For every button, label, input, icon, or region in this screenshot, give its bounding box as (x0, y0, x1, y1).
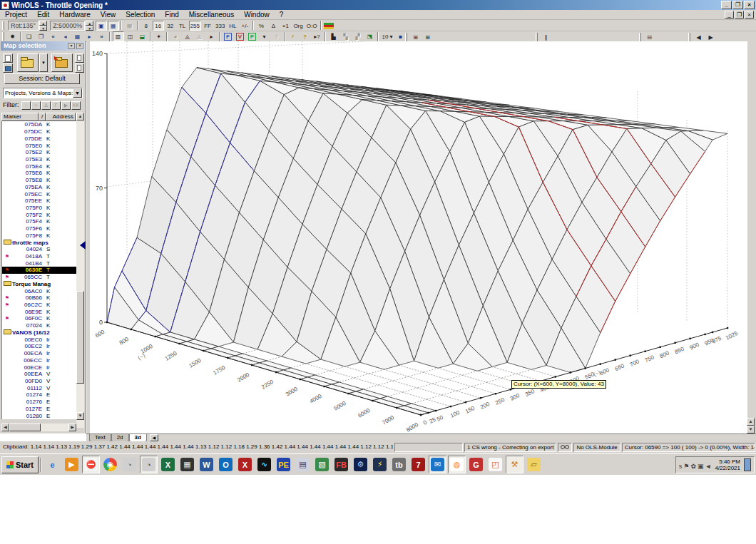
grid-select-button[interactable]: ▥ (113, 31, 124, 41)
close-button[interactable]: × (744, 1, 755, 9)
map-row[interactable]: 0127EE (2, 405, 76, 412)
map-row[interactable]: 01276E (2, 399, 76, 406)
restore-button[interactable]: ❐ (732, 1, 743, 9)
map-row[interactable]: 075E0K (2, 142, 76, 149)
map-3d-view[interactable]: 1407006008001000125015001750200022503000… (86, 41, 756, 433)
map-row[interactable]: 075EAK (2, 183, 76, 190)
map-row[interactable]: 06AC0K (2, 287, 76, 294)
column-header-address[interactable]: Address (46, 113, 76, 121)
open-project-button[interactable] (17, 53, 39, 72)
taskbar-icon-word[interactable]: W (198, 456, 215, 473)
mdi-close-button[interactable]: × (745, 11, 754, 19)
format-255-button[interactable]: 255 (189, 21, 201, 31)
filter-button-0[interactable]: ∴ (21, 101, 31, 110)
map-folder-row[interactable]: throttle maps (2, 239, 76, 246)
map-row[interactable]: 00EC0Ir (2, 336, 76, 343)
zero-dropdown-button[interactable]: ‡0 ▾ (381, 31, 394, 41)
grid-zoom-button[interactable]: ◫ (125, 31, 136, 41)
debug-bug-button[interactable]: ✹ (7, 31, 19, 41)
scroll-left-button[interactable]: ◀ (693, 32, 705, 42)
export-green-button[interactable]: ⬔ (364, 31, 376, 41)
taskbar-icon-box-3d[interactable]: ◰ (486, 456, 504, 473)
split-window-button[interactable]: ∥ (541, 32, 552, 42)
chevron-down-icon[interactable]: ▼ (73, 88, 82, 98)
panel-close-button[interactable]: ✕ (76, 43, 83, 49)
map-row[interactable]: 075F2K (2, 211, 76, 218)
format-8bit-button[interactable]: 8 (141, 21, 152, 31)
show-desktop-button[interactable] (744, 458, 751, 471)
chart-delete-button[interactable]: ▞ (352, 31, 364, 41)
toolbar-gripper[interactable] (405, 33, 407, 41)
context-help-button[interactable]: ▸? (312, 31, 323, 41)
map-list-vertical-scrollbar[interactable]: ▲ ▼ (76, 113, 84, 428)
vertical-scroll-thumb[interactable] (76, 291, 84, 384)
taskbar-icon-turbo-tool[interactable]: ◔ (121, 456, 138, 473)
save-project-button[interactable] (3, 63, 13, 73)
map-row[interactable]: 075DEK (2, 135, 76, 142)
potentiometer-button[interactable]: ✦ (153, 31, 165, 41)
split-table-v-button[interactable]: ⊞ (422, 32, 434, 42)
led-bars-button[interactable] (323, 21, 334, 31)
menu-hardware[interactable]: Hardware (54, 10, 95, 20)
mdi-minimize-button[interactable]: _ (725, 11, 734, 19)
map-row[interactable]: 01274E (2, 391, 76, 399)
taskbar-icon-gears-app[interactable]: ⚙ (352, 456, 369, 473)
menu-window[interactable]: Window (239, 10, 275, 20)
import-file-button[interactable] (75, 53, 84, 63)
scroll-left-icon[interactable]: ◀ (1, 424, 9, 431)
menu-project[interactable]: Project (0, 10, 32, 20)
menu-find[interactable]: Find (160, 10, 183, 20)
import-map-button[interactable]: ⬓ (137, 31, 148, 41)
nav-last-button[interactable]: » (96, 31, 108, 41)
map-row[interactable]: ⚑0630ET (2, 267, 76, 274)
taskbar-icon-g-tuner[interactable]: G (467, 456, 485, 473)
taskbar-icon-pe-explorer[interactable]: PE (275, 456, 292, 473)
taskbar-icon-map-viewer[interactable]: ▧ (313, 456, 331, 473)
map-list-horizontal-scrollbar[interactable]: ◀ ▶ (1, 424, 76, 431)
nav-next-button[interactable]: ▸ (84, 31, 96, 41)
params-dropdown-button[interactable]: ▾ (259, 31, 270, 41)
map-folder-row[interactable]: VANOS (16/12 (2, 329, 76, 337)
tab-scroll-left-icon[interactable]: ◀ (150, 434, 158, 441)
map-row[interactable]: 075E8K (2, 177, 76, 184)
open-version-button[interactable]: ◣ (51, 53, 73, 72)
menu-view[interactable]: View (96, 10, 121, 20)
taskbar-icon-chip-fb[interactable]: FB (332, 456, 350, 473)
horizontal-scroll-thumb[interactable] (9, 424, 41, 431)
taskbar-icon-eeprom-chip[interactable]: ▦ (178, 456, 196, 473)
mdi-restore-button[interactable]: ❐ (735, 11, 744, 19)
chart-edit-button[interactable]: ▚ (340, 31, 352, 41)
help-button[interactable]: ? (300, 31, 311, 41)
tray-icon-3[interactable]: ▣ (698, 463, 704, 470)
taskbar-icon-turbo-tool-2[interactable]: ◔ (140, 456, 158, 473)
toolbar-gripper[interactable] (639, 33, 641, 41)
map-selection-caption[interactable]: Map selection ▾ ✕ (1, 41, 85, 51)
chart-new-button[interactable]: ▙ (328, 31, 339, 41)
taskbar-icon-datalog-viewer[interactable]: ∿ (255, 456, 273, 473)
tray-icon-0[interactable]: s (679, 463, 683, 470)
split-cells-button[interactable]: ⊟ (644, 32, 655, 42)
map-row[interactable]: 075F4K (2, 218, 76, 225)
zoom-stepper[interactable]: ▲▼ (86, 21, 93, 31)
show-percent-button[interactable]: % (255, 21, 267, 31)
toolbar-gripper[interactable] (2, 21, 4, 30)
filter-button-4[interactable]: ▶ (61, 101, 71, 110)
map-row[interactable]: 075E2K (2, 149, 76, 156)
menu-edit[interactable]: Edit (32, 10, 54, 20)
map-row[interactable]: 00EC2Ir (2, 343, 76, 350)
show-factors-button[interactable]: F (223, 31, 234, 41)
column-header-marker[interactable]: Marker (1, 113, 39, 121)
map-folder-row[interactable]: Torque Manag (2, 281, 76, 288)
map-row[interactable]: 00EEAV (2, 371, 76, 378)
filter-button-1[interactable]: ≈ (31, 101, 41, 110)
taskbar-icon-browser-shield[interactable]: ◍ (448, 456, 466, 473)
show-original-button[interactable]: Org (292, 21, 304, 31)
nav-first-button[interactable]: « (48, 31, 59, 41)
version-prev-button[interactable]: ◂ (170, 31, 181, 41)
map-scroll-up-icon[interactable]: ▲ (747, 418, 755, 426)
map-row[interactable]: 00ECEIr (2, 364, 76, 371)
map-row[interactable]: 01280E (2, 412, 76, 419)
format-float-button[interactable]: TL (177, 21, 188, 31)
map-row[interactable]: 00ECAIr (2, 350, 76, 357)
map-scroll-down-icon[interactable]: ▼ (747, 426, 755, 433)
